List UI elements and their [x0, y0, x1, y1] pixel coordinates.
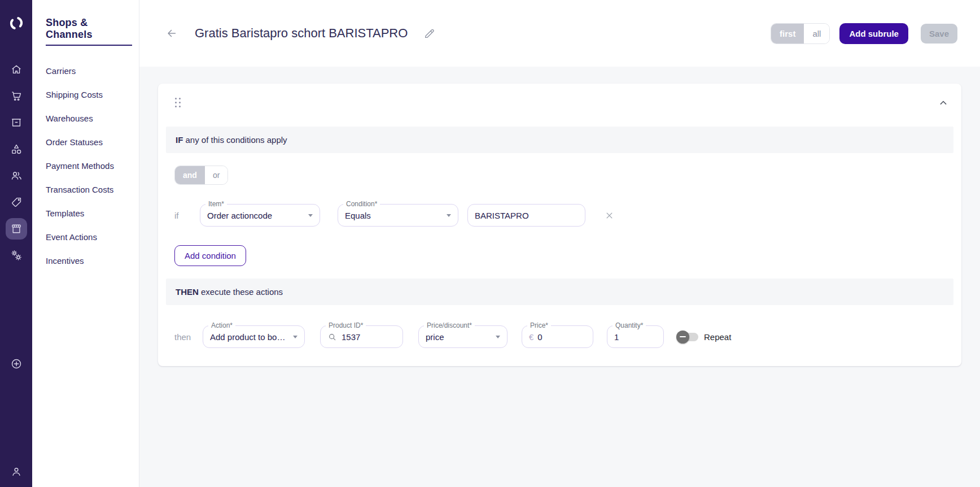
menu-item-carriers[interactable]: Carriers [46, 66, 132, 76]
section-menu: Shops & Channels Carriers Shipping Costs… [32, 0, 139, 487]
price-input[interactable] [537, 332, 586, 342]
menu-list: Carriers Shipping Costs Warehouses Order… [46, 66, 132, 266]
app-logo[interactable] [7, 14, 26, 33]
shapes-icon [10, 143, 23, 155]
account-button[interactable] [6, 461, 27, 482]
condition-value-input[interactable] [475, 211, 578, 220]
price-discount-label: Price/discount* [424, 321, 475, 330]
add-subrule-button[interactable]: Add subrule [839, 23, 908, 44]
if-banner-prefix: IF [176, 135, 183, 145]
menu-item-incentives[interactable]: Incentives [46, 256, 132, 266]
repeat-toggle[interactable] [678, 333, 698, 341]
rail-nav [6, 59, 27, 266]
then-banner: THEN execute these actions [166, 279, 953, 305]
product-id-label: Product ID* [326, 321, 366, 330]
menu-item-transaction-costs[interactable]: Transaction Costs [46, 185, 132, 194]
toggle-or-button[interactable]: or [205, 166, 228, 184]
order-box-icon [10, 116, 23, 129]
menu-title: Shops & Channels [46, 17, 132, 46]
euro-symbol: € [529, 332, 533, 342]
users-icon [10, 169, 23, 182]
and-or-toggle: and or [174, 166, 228, 185]
nav-customers-button[interactable] [6, 165, 27, 186]
nav-home-button[interactable] [6, 59, 27, 80]
drag-handle[interactable] [174, 97, 182, 109]
back-arrow-icon [165, 27, 178, 40]
main-area: Gratis Baristapro schort BARISTAPRO firs… [139, 0, 980, 487]
dropdown-caret-icon [496, 336, 500, 338]
condition-select-value: Equals [345, 211, 442, 220]
page-title: Gratis Baristapro schort BARISTAPRO [195, 26, 408, 41]
nav-categories-button[interactable] [6, 138, 27, 160]
then-banner-text: execute these actions [199, 287, 283, 297]
toggle-all-button[interactable]: all [804, 24, 829, 44]
cart-icon [10, 90, 23, 102]
topbar-actions: first all Add subrule Save [771, 23, 957, 44]
product-id-input[interactable] [342, 332, 396, 342]
home-icon [10, 63, 23, 76]
gears-icon [10, 249, 23, 262]
quantity-label: Quantity* [613, 321, 646, 330]
condition-select-label: Condition* [343, 200, 380, 208]
page-content: IF any of this conditions apply and or i… [139, 67, 980, 487]
then-label: then [174, 332, 203, 342]
repeat-label: Repeat [704, 332, 731, 342]
action-select-label: Action* [208, 321, 235, 330]
store-icon [10, 223, 23, 235]
if-label: if [174, 211, 200, 220]
then-banner-prefix: THEN [176, 287, 199, 297]
quantity-field: Quantity* [607, 325, 664, 348]
action-row: then Action* Add product to bonus it… Pr… [174, 325, 953, 348]
condition-value-field [467, 204, 585, 227]
toggle-and-button[interactable]: and [175, 166, 205, 184]
product-id-field: Product ID* [320, 325, 403, 348]
if-banner-text: any of this conditions apply [183, 135, 287, 145]
quantity-input[interactable] [614, 332, 657, 342]
close-icon [604, 210, 615, 221]
menu-item-templates[interactable]: Templates [46, 208, 132, 218]
chevron-up-icon [938, 97, 949, 108]
nav-cart-button[interactable] [6, 85, 27, 107]
condition-select[interactable]: Condition* Equals [338, 204, 458, 227]
search-icon [327, 332, 337, 342]
price-discount-select[interactable]: Price/discount* price [418, 325, 508, 348]
item-select-value: Order actioncode [207, 211, 304, 220]
topbar: Gratis Baristapro schort BARISTAPRO firs… [139, 0, 980, 67]
item-select[interactable]: Item* Order actioncode [200, 204, 320, 227]
plus-circle-icon [10, 358, 23, 370]
menu-item-shipping-costs[interactable]: Shipping Costs [46, 90, 132, 99]
rule-card-header [166, 92, 953, 111]
action-select-value: Add product to bonus it… [210, 332, 288, 342]
add-button[interactable] [6, 353, 27, 375]
price-field: Price* € [522, 325, 593, 348]
nav-orders-button[interactable] [6, 112, 27, 133]
nav-settings-button[interactable] [6, 245, 27, 266]
pencil-icon [423, 27, 436, 40]
collapse-rule-button[interactable] [935, 95, 951, 111]
dropdown-caret-icon [293, 336, 298, 338]
toggle-first-button[interactable]: first [771, 24, 804, 44]
menu-item-payment-methods[interactable]: Payment Methods [46, 161, 132, 171]
add-condition-button[interactable]: Add condition [174, 245, 246, 266]
menu-item-event-actions[interactable]: Event Actions [46, 232, 132, 242]
repeat-toggle-group: Repeat [678, 332, 731, 342]
condition-row: if Item* Order actioncode Condition* Equ… [174, 204, 953, 227]
remove-condition-button[interactable] [602, 208, 617, 223]
icon-rail [0, 0, 32, 487]
menu-item-warehouses[interactable]: Warehouses [46, 114, 132, 123]
menu-item-order-statuses[interactable]: Order Statuses [46, 137, 132, 147]
save-button[interactable]: Save [921, 24, 957, 44]
price-discount-value: price [426, 332, 491, 342]
nav-shops-button[interactable] [6, 218, 27, 240]
app-root: Shops & Channels Carriers Shipping Costs… [0, 0, 980, 487]
item-select-label: Item* [205, 200, 227, 208]
edit-title-button[interactable] [421, 25, 438, 42]
price-label: Price* [527, 321, 551, 330]
nav-tags-button[interactable] [6, 192, 27, 213]
swirl-logo-icon [8, 15, 25, 32]
person-icon [10, 466, 23, 478]
action-select[interactable]: Action* Add product to bonus it… [203, 325, 305, 348]
tag-icon [10, 196, 23, 208]
if-banner: IF any of this conditions apply [166, 127, 953, 153]
back-button[interactable] [163, 25, 180, 42]
